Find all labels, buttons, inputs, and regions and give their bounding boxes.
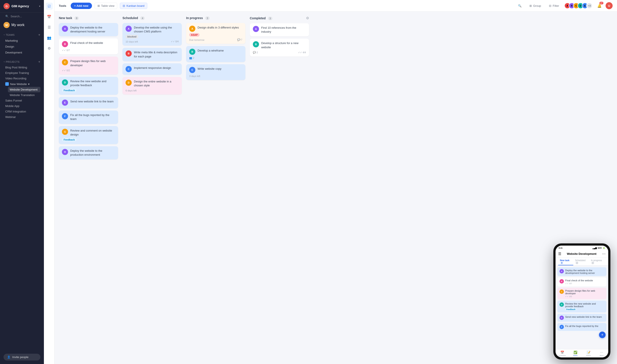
card-text: Send new website link to the team (70, 100, 113, 104)
user-menu-button[interactable]: U (606, 2, 613, 9)
phone-card-3[interactable]: C Prepare design files for web developer… (557, 288, 606, 299)
card-prepare-design[interactable]: C Prepare design files for web developer… (59, 57, 118, 74)
card-days: 6 days left (125, 89, 137, 92)
sidebar-item-blog-post[interactable]: Blog Post Writing (3, 65, 40, 70)
sidebar-item-employee-training[interactable]: Employee Training (3, 70, 40, 76)
column-count-scheduled: 4 (140, 16, 145, 20)
phone-status-bar: 9:41 ▂▄▆ WiFi 🔋 (556, 246, 608, 250)
phone-nav-schedule[interactable]: 📅 Schedule (556, 350, 569, 357)
card-avatar: E (62, 100, 68, 106)
column-count-in-progress: 3 (205, 16, 210, 20)
card-deploy-prod[interactable]: H Deploy the website to the production e… (59, 146, 118, 159)
phone-more-icon[interactable]: ⋯ (602, 252, 606, 256)
sidebar-item-website-translation[interactable]: Website Translation (8, 92, 40, 98)
phone-card-2[interactable]: B Final check of the website ✓✓ 0/7 (557, 277, 606, 286)
sidebar-item-webinar[interactable]: Webinar (3, 114, 40, 120)
kanban-icon: ⊟ (123, 4, 125, 7)
card-final-check[interactable]: B Final check of the website ✓✓ 0/7 (59, 38, 118, 54)
column-title-completed: Completed (250, 16, 266, 20)
sidebar-item-crm-integration[interactable]: CRM Integration (3, 109, 40, 114)
card-design-drafts[interactable]: A Design drafts in 3 different styles AS… (186, 23, 245, 44)
sidebar-item-new-website[interactable]: New Website ▾ (3, 81, 40, 87)
filter-button[interactable]: ⊟ Filter (546, 3, 562, 9)
teams-section-header: ~ Teams + (3, 31, 40, 38)
phone-screen: 9:41 ▂▄▆ WiFi 🔋 ☰ Website Development ⋯ … (556, 246, 608, 357)
card-structure[interactable]: B Develop a structure for a new website … (250, 39, 309, 56)
sidebar-item-sales-funnel[interactable]: Sales Funnel (3, 98, 40, 103)
phone-tab-new-task[interactable]: New task 8 (558, 258, 573, 265)
card-deploy-dev[interactable]: A Deploy the website to the development … (59, 23, 118, 36)
phone-card-5[interactable]: E Send new website link to the team (557, 314, 606, 322)
add-project-button[interactable]: + (38, 60, 40, 64)
table-icon: ⊞ (97, 4, 100, 7)
notifications-badge: 27 (599, 2, 603, 4)
app-chevron-icon: ▾ (39, 5, 40, 8)
sidebar-header[interactable]: G GIM Agency ▾ (0, 0, 44, 13)
search-button[interactable]: 🔍 (515, 3, 524, 9)
phone-card-4[interactable]: D Review the new website and provide fee… (557, 301, 606, 312)
phone-nav-tasks[interactable]: ✅ Tasks (569, 350, 582, 357)
phone-card-1[interactable]: A Deploy the website to the development … (557, 267, 606, 276)
icon-bar-tasks[interactable]: ☑ (46, 3, 53, 10)
card-avatar: A (62, 26, 68, 32)
card-write-copy[interactable]: C Write website copy 3 days left (186, 64, 245, 80)
phone-card-6[interactable]: F Fix all the bugs reported by the (557, 323, 606, 331)
search-icon: 🔍 (5, 15, 9, 18)
sidebar-item-website-development[interactable]: Website Development (8, 87, 40, 92)
my-work-item[interactable]: M My work (0, 20, 44, 30)
phone-nav-notes[interactable]: 📝 Notes (582, 350, 595, 357)
kanban-view-button[interactable]: ⊟ Kanban board (120, 3, 147, 9)
card-responsive[interactable]: C Implement responsive design (123, 63, 182, 75)
phone-mockup: 9:41 ▂▄▆ WiFi 🔋 ☰ Website Development ⋯ … (553, 243, 610, 360)
phone-menu-icon[interactable]: ☰ (558, 252, 561, 256)
card-fix-bugs[interactable]: F Fix all the bugs reported by the team (59, 111, 118, 124)
card-text: Design the entire website in a chosen st… (134, 80, 179, 88)
card-find-references[interactable]: A Find 10 references from the industry (250, 23, 309, 36)
phone-tab-in-progress[interactable]: In progress 3 (589, 258, 606, 265)
column-settings-icon[interactable]: ⚙ (306, 16, 309, 20)
add-team-button[interactable]: + (38, 33, 40, 37)
invite-people-button[interactable]: 👤 Invite people (3, 354, 40, 361)
column-title-in-progress: In progress (186, 16, 203, 20)
card-avatar: A (125, 26, 132, 32)
card-avatar: A (189, 26, 195, 32)
sidebar-item-design[interactable]: Design (3, 44, 40, 50)
sidebar: G GIM Agency ▾ 🔍 Search... M My work ~ T… (0, 0, 44, 364)
sidebar-item-mobile-app[interactable]: Mobile App (3, 103, 40, 109)
teams-section: ~ Teams + Marketing Design Development (0, 30, 44, 57)
sidebar-item-video-recording[interactable]: Video Recording (3, 76, 40, 81)
notifications-button[interactable]: 🔔 27 (596, 2, 603, 9)
sidebar-item-marketing[interactable]: Marketing (3, 38, 40, 44)
app-name: GIM Agency (11, 4, 39, 8)
icon-bar-people[interactable]: 👥 (46, 34, 53, 41)
phone-card-text: Fix all the bugs reported by the (565, 325, 604, 327)
add-new-button[interactable]: + Add new (71, 3, 92, 9)
phone-fab-button[interactable]: + (599, 332, 606, 338)
card-comments: 💬 2 (253, 51, 258, 54)
card-develop-cms[interactable]: A Develop the website using the chosen C… (123, 23, 182, 46)
icon-bar-list[interactable]: ☰ (46, 24, 53, 31)
card-send-link[interactable]: E Send new website link to the team (59, 97, 118, 108)
card-badge-blocked: blocked (125, 35, 138, 38)
column-in-progress: In progress 3 A Design drafts in 3 diffe… (186, 16, 245, 360)
card-text: Review the new website and provide feedb… (70, 79, 115, 87)
phone-nav-more[interactable]: ⋯ More (595, 350, 608, 357)
table-view-button[interactable]: ⊞ Table view (95, 3, 117, 9)
sidebar-item-development[interactable]: Development (3, 50, 40, 55)
column-header-new-task: New task 8 (59, 16, 118, 20)
card-design-entire[interactable]: D Design the entire website in a chosen … (123, 77, 182, 94)
search-bar[interactable]: 🔍 Search... (0, 13, 44, 20)
icon-bar-calendar[interactable]: 📅 (46, 13, 53, 20)
phone-tab-scheduled[interactable]: Scheduled 4 (573, 258, 589, 265)
card-review-comment[interactable]: G Review and comment on website design F… (59, 126, 118, 144)
icon-bar-settings[interactable]: ⚙ (46, 45, 53, 52)
card-wireframe[interactable]: B Develop a wireframe 👥 2 (186, 46, 245, 62)
phone-card-checks: ✓✓ 0/7 (565, 282, 572, 285)
card-review-feedback[interactable]: D Review the new website and provide fee… (59, 77, 118, 95)
card-avatar: B (125, 51, 132, 57)
tasks-icon: ✅ (574, 351, 577, 354)
card-write-meta[interactable]: B Write meta title & meta description fo… (123, 48, 182, 61)
group-button[interactable]: ⊞ Group (527, 3, 544, 9)
card-text: Find 10 references from the industry (261, 26, 306, 34)
phone-card-text: Deploy the website to the development ho… (565, 269, 604, 274)
